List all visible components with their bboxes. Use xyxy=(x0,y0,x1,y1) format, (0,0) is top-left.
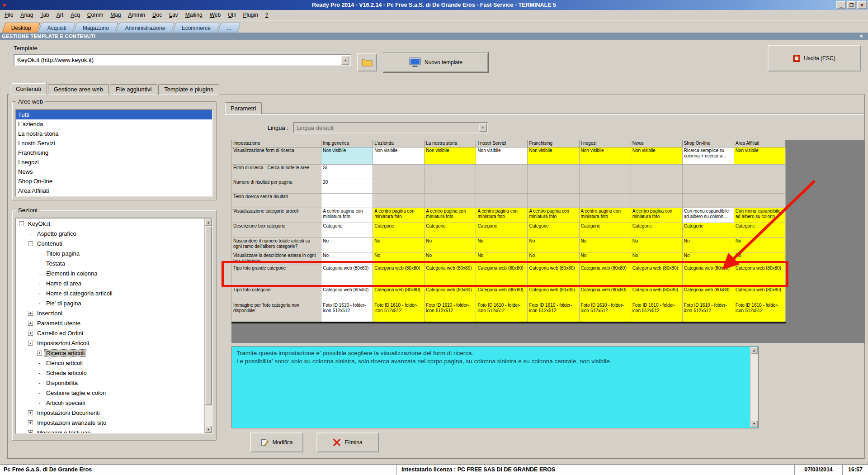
menu-art[interactable]: Art xyxy=(53,11,67,19)
menu-util[interactable]: Util xyxy=(224,11,239,19)
workspace-tab-magazzino[interactable]: Magazzino xyxy=(73,23,118,33)
setting-value-cell[interactable]: No xyxy=(579,238,631,252)
setting-value-cell[interactable]: Foto ID 1610 - folder-icon-512x512 xyxy=(528,302,579,323)
tab-template-e-plugins[interactable]: Template e plugins xyxy=(158,84,219,95)
setting-value-cell[interactable]: Non visibile xyxy=(631,147,682,165)
menu-lav[interactable]: Lav xyxy=(165,11,181,19)
setting-value-cell[interactable] xyxy=(476,165,528,179)
setting-value-cell[interactable]: No xyxy=(631,252,682,265)
tree-node-keyok-it[interactable]: -KeyOk.it xyxy=(16,218,204,228)
setting-value-cell[interactable]: No xyxy=(425,238,476,252)
setting-value-cell[interactable] xyxy=(579,179,631,194)
aree-web-item-area-affiliati[interactable]: Area Affiliati xyxy=(16,186,212,195)
menu-item[interactable]: ? xyxy=(262,11,272,19)
setting-value-cell[interactable] xyxy=(425,165,476,179)
workspace-tab-ecommerce[interactable]: Ecommerce xyxy=(172,23,220,33)
setting-value-cell[interactable]: Categorie xyxy=(373,223,425,238)
setting-value-cell[interactable] xyxy=(373,194,425,208)
tree-node-gestione-taglie-e-colori[interactable]: -Gestione taglie e colori xyxy=(16,388,204,398)
setting-value-cell[interactable]: A centro pagina con miniatura foto xyxy=(579,208,631,223)
setting-value-cell[interactable]: Categoria web (80x80) xyxy=(373,265,425,287)
template-dropdown-icon[interactable]: ▼ xyxy=(341,56,349,65)
setting-value-cell[interactable] xyxy=(476,194,528,208)
workspace-tab-amministrazione[interactable]: Amministrazione xyxy=(116,23,175,33)
new-template-button[interactable]: Nuovo template xyxy=(383,52,488,72)
setting-value-cell[interactable]: Categoria web (80x80) xyxy=(734,265,785,287)
setting-value-cell[interactable]: No xyxy=(631,238,682,252)
setting-value-cell[interactable]: 20 xyxy=(321,179,373,194)
expand-icon[interactable]: + xyxy=(28,311,33,316)
tab-file-aggiuntivi[interactable]: File aggiuntivi xyxy=(110,84,158,95)
setting-value-cell[interactable]: Categorie xyxy=(631,223,682,238)
setting-value-cell[interactable] xyxy=(579,165,631,179)
menu-ammin[interactable]: Ammin xyxy=(125,11,149,19)
setting-value-cell[interactable] xyxy=(476,179,528,194)
elimina-button[interactable]: Elimina xyxy=(316,432,379,452)
tree-node-ricerca-articoli[interactable]: +Ricerca articoli xyxy=(16,348,204,358)
lingua-dropdown-icon[interactable]: ▼ xyxy=(479,124,487,132)
setting-value-cell[interactable]: No xyxy=(528,252,579,265)
aree-web-item-l-azienda[interactable]: L'azienda xyxy=(16,119,212,129)
tree-node-scheda-articolo[interactable]: -Scheda articolo xyxy=(16,368,204,378)
module-close-icon[interactable]: ✕ xyxy=(859,33,863,40)
setting-value-cell[interactable] xyxy=(682,179,734,194)
setting-value-cell[interactable] xyxy=(425,194,476,208)
modifica-button[interactable]: Modifica xyxy=(250,432,303,452)
setting-value-cell[interactable] xyxy=(528,179,579,194)
menu-acq[interactable]: Acq xyxy=(67,11,84,19)
setting-value-cell[interactable]: Non visibile xyxy=(321,147,373,165)
tree-node-pie-di-pagina[interactable]: -Pie' di pagina xyxy=(16,298,204,308)
tab-gestione-aree-web[interactable]: Gestione aree web xyxy=(48,84,109,95)
tree-node-testata[interactable]: -Testata xyxy=(16,258,204,268)
setting-value-cell[interactable]: No xyxy=(321,238,373,252)
setting-value-cell[interactable]: A centro pagina con miniatura foto xyxy=(631,208,682,223)
expand-icon[interactable]: + xyxy=(28,331,33,336)
setting-value-cell[interactable]: Foto ID 1610 - folder-icon-512x512 xyxy=(734,302,785,323)
setting-value-cell[interactable]: Categoria web (80x80) xyxy=(373,287,425,302)
menu-tab[interactable]: Tab xyxy=(37,11,52,19)
setting-value-cell[interactable]: Categoria web (80x80) xyxy=(476,265,528,287)
setting-value-cell[interactable]: Categoria web (80x80) xyxy=(579,265,631,287)
setting-value-cell[interactable]: Foto ID 1610 - folder-icon-512x512 xyxy=(579,302,631,323)
tree-node-home-di-area[interactable]: -Home di area xyxy=(16,278,204,288)
setting-value-cell[interactable]: No xyxy=(682,252,734,265)
sezioni-scrollbar[interactable]: ▲ ▼ xyxy=(204,218,212,433)
setting-value-cell[interactable] xyxy=(321,194,373,208)
setting-value-cell[interactable]: Con menu espandibile ad albero su colonn… xyxy=(734,208,785,223)
setting-value-cell[interactable]: Categorie xyxy=(321,223,373,238)
template-combobox[interactable]: KeyOk.it (http://www.keyok.it) ▼ xyxy=(14,54,351,66)
menu-plugin[interactable]: Plugin xyxy=(239,11,261,19)
setting-value-cell[interactable]: Categorie xyxy=(579,223,631,238)
setting-value-cell[interactable]: Categoria web (80x80) xyxy=(682,287,734,302)
tree-node-parametri-utente[interactable]: +Parametri utente xyxy=(16,318,204,328)
setting-value-cell[interactable]: Categoria web (80x80) xyxy=(734,287,785,302)
setting-value-cell[interactable] xyxy=(579,194,631,208)
setting-value-cell[interactable]: Categoria web (80x80) xyxy=(631,265,682,287)
exit-button[interactable]: Uscita (ESC) xyxy=(768,45,861,71)
workspace-tab-item[interactable]: ... xyxy=(217,23,241,33)
tree-node-contenuti[interactable]: -Contenuti xyxy=(16,238,204,248)
workspace-tab-desktop[interactable]: Desktop xyxy=(2,23,40,33)
tree-node-impostazioni-articoli[interactable]: -Impostazioni Articoli xyxy=(16,338,204,348)
menu-file[interactable]: File xyxy=(1,11,17,19)
setting-value-cell[interactable]: Non visibile xyxy=(734,147,785,165)
tree-node-impostazioni-avanzate-sito[interactable]: +Impostazioni avanzate sito xyxy=(16,418,204,428)
setting-value-cell[interactable]: No xyxy=(476,252,528,265)
tree-node-titolo-pagina[interactable]: -Titolo pagina xyxy=(16,248,204,258)
setting-value-cell[interactable]: Categoria web (80x80) xyxy=(425,265,476,287)
setting-value-cell[interactable]: Categoria web (80x80) xyxy=(682,265,734,287)
collapse-icon[interactable]: - xyxy=(28,341,33,346)
setting-value-cell[interactable]: Con menu espandibile ad albero su colonn… xyxy=(682,208,734,223)
setting-value-cell[interactable]: A centro pagina con miniatura foto xyxy=(321,208,373,223)
tree-node-impostazioni-documenti[interactable]: +Impostazioni Documenti xyxy=(16,408,204,418)
setting-value-cell[interactable]: No xyxy=(373,238,425,252)
setting-value-cell[interactable]: Si xyxy=(321,165,373,179)
sezioni-treebox[interactable]: -KeyOk.it-Aspetto grafico-Contenuti-Tito… xyxy=(15,218,213,434)
setting-value-cell[interactable]: Foto ID 1610 - folder-icon-512x512 xyxy=(631,302,682,323)
setting-value-cell[interactable]: Categoria web (80x80) xyxy=(528,287,579,302)
setting-value-cell[interactable] xyxy=(734,194,785,208)
lingua-combobox[interactable]: Lingua default ▼ xyxy=(293,122,488,133)
aree-web-item-i-nostri-servizi[interactable]: I nostri Servizi xyxy=(16,138,212,148)
setting-value-cell[interactable] xyxy=(528,165,579,179)
tree-node-messaggi-e-testi-vari[interactable]: +Messaggi e testi vari xyxy=(16,428,204,433)
